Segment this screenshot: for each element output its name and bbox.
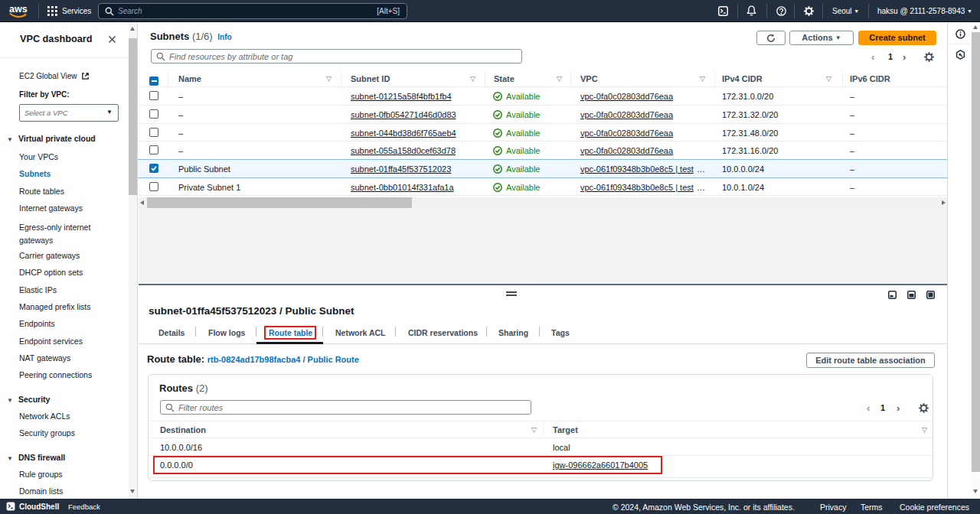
svg-text:aws: aws: [9, 4, 28, 15]
